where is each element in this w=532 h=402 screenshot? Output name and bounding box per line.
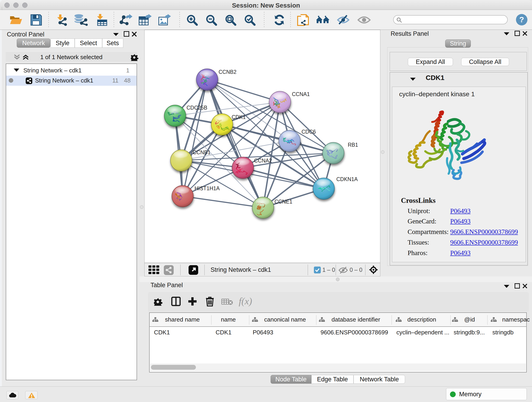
svg-text:CCNE1: CCNE1	[274, 199, 292, 205]
svg-text:?: ?	[519, 15, 524, 24]
svg-text:CDC25B: CDC25B	[186, 105, 207, 111]
svg-text:CDKN1A: CDKN1A	[336, 176, 358, 182]
svg-text:CCNB1: CCNB1	[193, 149, 210, 155]
svg-text:CDK1: CDK1	[232, 114, 246, 120]
svg-text:HIST1H1A: HIST1H1A	[195, 185, 220, 191]
svg-text:CDC6: CDC6	[302, 129, 316, 135]
svg-text:RB1: RB1	[348, 142, 358, 148]
svg-text:CCNA1: CCNA1	[292, 91, 310, 97]
svg-text:CCNB2: CCNB2	[219, 69, 236, 75]
svg-text:CCNA2: CCNA2	[254, 158, 272, 164]
